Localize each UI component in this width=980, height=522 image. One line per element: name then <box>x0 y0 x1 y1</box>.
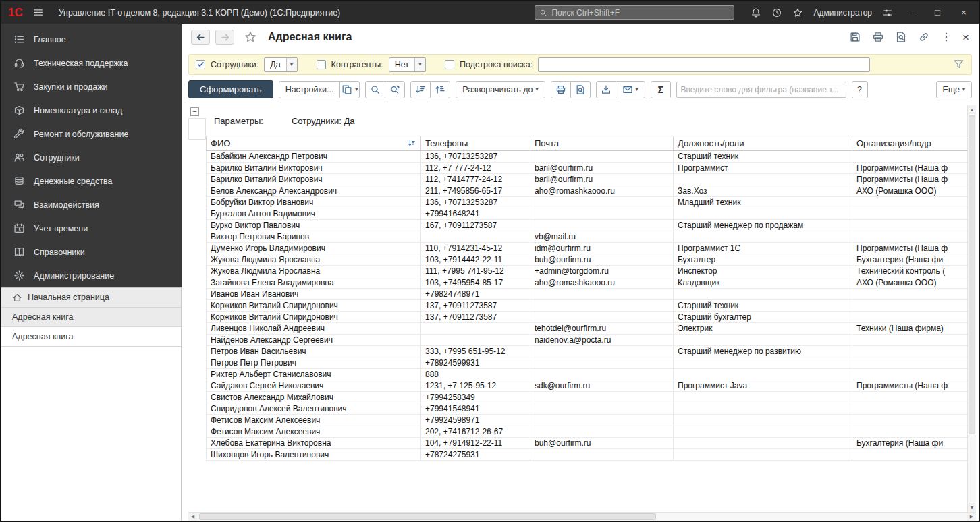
sidebar-page-address-book-1[interactable]: Адресная книга <box>1 308 181 327</box>
cell-phones[interactable] <box>421 335 530 346</box>
cell-role[interactable] <box>674 289 852 300</box>
cell-fio[interactable]: Хлебова Екатерина Викторовна <box>207 438 421 449</box>
cell-organization[interactable] <box>852 426 977 438</box>
sidebar-item-interactions[interactable]: Взаимодействия <box>1 193 182 216</box>
cell-role[interactable] <box>674 403 852 415</box>
cell-fio[interactable]: Загайнова Елена Владимировна <box>207 277 421 289</box>
column-header-phones[interactable]: Телефоны <box>421 136 530 151</box>
cell-fio[interactable]: Бобруйки Виктор Иванович <box>207 197 421 208</box>
cell-organization[interactable] <box>852 312 977 323</box>
cell-role[interactable]: Кладовщик <box>674 277 852 289</box>
cell-phones[interactable]: +79924598971 <box>421 415 530 426</box>
cell-fio[interactable]: Спиридонов Алексей Валентинович <box>207 403 421 415</box>
cell-phones[interactable] <box>421 231 530 243</box>
cell-organization[interactable] <box>852 449 977 461</box>
dropdown-icon[interactable]: ▾ <box>414 58 425 71</box>
cell-email[interactable]: baril@ourfirm.ru <box>530 174 674 185</box>
print-preview-icon[interactable] <box>895 31 907 43</box>
more-actions-icon[interactable]: ⋮ <box>941 32 952 42</box>
cell-organization[interactable]: Бухгалтерия (Наша фи <box>852 254 977 266</box>
more-button[interactable]: Еще▾ <box>936 81 972 98</box>
cell-organization[interactable]: АХО (Ромашка ООО) <box>852 185 977 197</box>
column-header-fio[interactable]: ФИО <box>207 136 421 151</box>
substring-input[interactable] <box>538 57 870 72</box>
main-menu-icon[interactable] <box>32 7 44 18</box>
sidebar-item-administration[interactable]: Администрирование <box>1 264 182 287</box>
cell-email[interactable]: idm@ourfirm.ru <box>530 243 674 254</box>
settings-button[interactable]: Настройки... <box>279 81 341 98</box>
cell-organization[interactable] <box>852 335 977 346</box>
cell-phones[interactable]: 167, +70911273587 <box>421 220 530 231</box>
cell-email[interactable]: vb@mail.ru <box>530 231 674 243</box>
cell-role[interactable] <box>674 392 852 403</box>
cell-organization[interactable] <box>852 289 977 300</box>
cell-email[interactable] <box>530 449 674 461</box>
cell-phones[interactable]: 1231, +7 125-95-12 <box>421 380 530 392</box>
cell-email[interactable] <box>530 151 674 163</box>
sidebar-item-time-tracking[interactable]: Учет времени <box>1 216 182 240</box>
help-button[interactable]: ? <box>852 81 868 98</box>
sidebar-item-money[interactable]: Денежные средства <box>1 169 182 193</box>
cell-phones[interactable]: 103, +7914442-22-11 <box>421 254 530 266</box>
cell-fio[interactable]: Белов Александр Александрович <box>207 185 421 197</box>
vertical-scroll-thumb[interactable] <box>969 115 975 434</box>
cell-fio[interactable]: Найденов Александр Сергеевич <box>207 335 421 346</box>
back-button[interactable] <box>191 30 210 45</box>
horizontal-scroll-thumb[interactable] <box>199 513 656 520</box>
cell-email[interactable] <box>530 415 674 426</box>
sidebar-item-references[interactable]: Справочники <box>1 240 182 264</box>
cell-fio[interactable]: Коржиков Виталий Спиридонович <box>207 300 421 312</box>
cell-fio[interactable]: Буркалов Антон Вадимович <box>207 208 421 220</box>
find-next-button[interactable] <box>385 81 405 98</box>
cell-phones[interactable]: 888 <box>421 369 530 380</box>
cell-email[interactable] <box>530 312 674 323</box>
cell-organization[interactable]: Программисты (Наша ф <box>852 243 977 254</box>
sidebar-item-purchases-sales[interactable]: Закупки и продажи <box>1 75 182 98</box>
cell-email[interactable] <box>530 289 674 300</box>
cell-role[interactable] <box>674 208 852 220</box>
cell-fio[interactable]: Ливенцов Николай Андреевич <box>207 323 421 335</box>
scroll-left-icon[interactable]: ◀ <box>188 513 197 521</box>
cell-fio[interactable]: Барилко Виталий Викторович <box>207 163 421 174</box>
substring-checkbox[interactable] <box>445 60 454 69</box>
cell-email[interactable]: sdk@ourfirm.ru <box>530 380 674 392</box>
cell-role[interactable]: Программист <box>674 163 852 174</box>
cell-phones[interactable]: 136, +70713253287 <box>421 197 530 208</box>
cell-role[interactable]: Зав.Хоз <box>674 185 852 197</box>
cell-role[interactable] <box>674 415 852 426</box>
sidebar-item-employees[interactable]: Сотрудники <box>1 146 182 169</box>
cell-phones[interactable]: 137, +70911273587 <box>421 312 530 323</box>
cell-email[interactable]: tehotdel@ourfirm.ru <box>530 323 674 335</box>
cell-phones[interactable]: 110, +7914231-45-12 <box>421 243 530 254</box>
cell-phones[interactable]: 136, +70713253287 <box>421 151 530 163</box>
cell-email[interactable]: buh@ourfirm.ru <box>530 254 674 266</box>
cell-phones[interactable]: +78724275931 <box>421 449 530 461</box>
cell-role[interactable]: Старший бухгалтер <box>674 312 852 323</box>
cell-role[interactable]: Бухгалтер <box>674 254 852 266</box>
cell-role[interactable]: Старший менеджер по продажам <box>674 220 852 231</box>
sum-button[interactable]: Σ <box>651 81 671 98</box>
history-icon[interactable] <box>771 7 782 18</box>
cell-email[interactable]: buh@ourfirm.ru <box>530 438 674 449</box>
expand-to-button[interactable]: Разворачивать до▾ <box>456 81 545 98</box>
cell-role[interactable]: Младший техник <box>674 197 852 208</box>
global-search-box[interactable]: Поиск Ctrl+Shift+F <box>535 5 734 20</box>
cell-role[interactable]: Старший техник <box>674 300 852 312</box>
sort-ascending-button[interactable] <box>430 81 450 98</box>
cell-role[interactable]: Программист Java <box>674 380 852 392</box>
cell-email[interactable] <box>530 197 674 208</box>
employees-checkbox[interactable] <box>196 60 205 69</box>
sidebar-item-tech-support[interactable]: Техническая поддержка <box>1 51 182 75</box>
cell-organization[interactable] <box>852 392 977 403</box>
save-file-button[interactable] <box>596 81 616 98</box>
scroll-down-icon[interactable]: ▼ <box>968 503 976 512</box>
cell-organization[interactable] <box>852 300 977 312</box>
cell-fio[interactable]: Думенко Игорь Владимирович <box>207 243 421 254</box>
cell-phones[interactable] <box>421 323 530 335</box>
cell-role[interactable]: Программист 1С <box>674 243 852 254</box>
horizontal-scrollbar[interactable]: ◀ ▶ <box>188 512 976 521</box>
cell-phones[interactable]: 333, +7995 651-95-12 <box>421 346 530 357</box>
cell-phones[interactable]: 112, +7414777-24-12 <box>421 174 530 185</box>
sidebar-item-main[interactable]: Главное <box>1 28 182 51</box>
favorite-star-icon[interactable] <box>244 30 257 44</box>
